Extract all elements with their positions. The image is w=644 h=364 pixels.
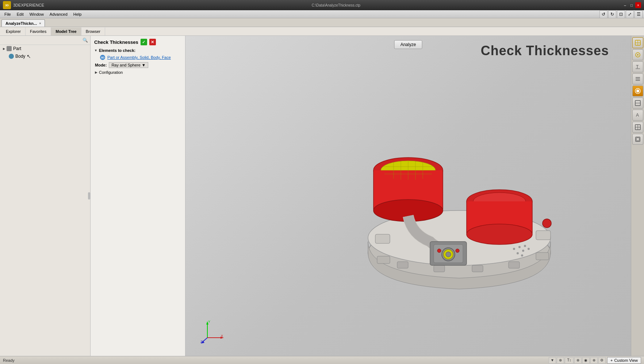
svg-point-20 bbox=[456, 249, 459, 253]
toolbar-redo[interactable]: ↻ bbox=[608, 10, 616, 18]
tree-item-body[interactable]: Body ↖ bbox=[0, 52, 90, 60]
tree-body-label: Body bbox=[15, 54, 25, 59]
svg-text:A: A bbox=[636, 113, 639, 118]
right-tool-btn-7[interactable]: A bbox=[632, 110, 643, 121]
panel-resize-handle[interactable] bbox=[88, 192, 90, 200]
dropdown-arrow: ▼ bbox=[142, 63, 146, 67]
tree-item-part[interactable]: ▶ Part bbox=[0, 45, 90, 52]
right-tool-btn-3[interactable]: T bbox=[632, 61, 643, 72]
svg-rect-5 bbox=[536, 253, 549, 260]
maximize-button[interactable]: □ bbox=[629, 2, 635, 8]
right-tool-btn-9[interactable] bbox=[632, 134, 643, 145]
svg-rect-2 bbox=[375, 234, 390, 243]
right-tool-btn-2[interactable] bbox=[632, 49, 643, 60]
status-right: ▼ ⊕ T↕ ⊕ ◉ ⊕ ⚙ +Custom View bbox=[549, 357, 641, 364]
svg-point-24 bbox=[513, 248, 515, 250]
right-tool-btn-8[interactable] bbox=[632, 122, 643, 133]
status-icon-settings[interactable]: ⚙ bbox=[598, 357, 606, 364]
svg-point-29 bbox=[528, 248, 530, 250]
elements-section-header[interactable]: ▼ Elements to check: bbox=[94, 48, 181, 53]
status-icon-add3[interactable]: ⊕ bbox=[590, 357, 598, 364]
custom-view-button[interactable]: +Custom View bbox=[607, 357, 641, 364]
elements-label: Elements to check: bbox=[99, 48, 135, 53]
toolbar-undo[interactable]: ↺ bbox=[599, 10, 607, 18]
status-text: Ready bbox=[3, 358, 15, 363]
cancel-icon[interactable]: ✕ bbox=[149, 39, 156, 45]
panel-header: Check Thicknesses ✓ ✕ bbox=[94, 39, 181, 45]
menu-file[interactable]: File bbox=[1, 11, 14, 17]
panel-title: Check Thicknesses bbox=[94, 39, 138, 45]
app-logo: 3D bbox=[3, 1, 11, 9]
toolbar-icons: ↺ ↻ ⊡ ⤢ ☰ bbox=[599, 10, 643, 18]
search-button[interactable]: 🔍 bbox=[81, 37, 89, 44]
status-icon-circle[interactable]: ◉ bbox=[582, 357, 590, 364]
app-name: 3DEXPERIENCE bbox=[13, 3, 44, 7]
3d-model-view bbox=[280, 65, 616, 338]
panel-search-bar: 🔍 bbox=[0, 36, 90, 45]
right-tool-btn-5[interactable] bbox=[632, 86, 643, 96]
tab-bar: AnalyzeThickn... × bbox=[0, 18, 644, 27]
confirm-icon[interactable]: ✓ bbox=[141, 39, 147, 45]
status-icon-zoom[interactable]: ⊕ bbox=[557, 357, 564, 364]
svg-text:Y: Y bbox=[208, 320, 210, 323]
svg-point-27 bbox=[517, 252, 519, 254]
svg-point-30 bbox=[521, 254, 523, 257]
tab-label: AnalyzeThickn... bbox=[5, 21, 37, 26]
right-tool-btn-6[interactable] bbox=[632, 98, 643, 109]
element-type-icon: 3D bbox=[100, 55, 105, 60]
config-label: Configuration bbox=[99, 70, 123, 75]
minimize-button[interactable]: – bbox=[622, 2, 628, 8]
toolbar-expand[interactable]: ⤢ bbox=[626, 10, 634, 18]
menu-help[interactable]: Help bbox=[70, 11, 85, 17]
menu-advanced[interactable]: Advanced bbox=[47, 11, 70, 17]
status-icon-add2[interactable]: ⊕ bbox=[574, 357, 582, 364]
right-tool-btn-4[interactable] bbox=[632, 73, 643, 84]
status-icon-text[interactable]: T↕ bbox=[565, 357, 574, 364]
tab-favorites[interactable]: Favorites bbox=[26, 27, 51, 35]
nav-tabs: Explorer Favorites Model Tree Browser bbox=[0, 27, 644, 36]
svg-rect-7 bbox=[434, 265, 445, 272]
elements-arrow: ▼ bbox=[94, 49, 97, 52]
svg-rect-3 bbox=[536, 231, 551, 240]
window-controls: – □ × bbox=[622, 2, 641, 8]
svg-point-19 bbox=[437, 249, 441, 253]
svg-rect-6 bbox=[397, 262, 408, 268]
tab-close-icon[interactable]: × bbox=[39, 22, 41, 25]
svg-point-25 bbox=[518, 246, 521, 248]
element-link[interactable]: Part or Assembly, Solid, Body, Face bbox=[107, 55, 171, 60]
toolbar-grid[interactable]: ⊡ bbox=[617, 10, 625, 18]
main-layout: 🔍 ▶ Part Body ↖ Check Thicknesses ✓ ✕ ▼ … bbox=[0, 36, 644, 356]
viewport: Analyze Check Thicknesses bbox=[185, 36, 631, 356]
right-tool-btn-1[interactable] bbox=[632, 37, 643, 48]
right-toolbar: T A bbox=[631, 36, 644, 356]
svg-text:X: X bbox=[221, 334, 223, 338]
close-window-button[interactable]: × bbox=[635, 2, 641, 8]
mode-dropdown[interactable]: Ray and Sphere ▼ bbox=[109, 62, 148, 68]
tab-model-tree[interactable]: Model Tree bbox=[51, 27, 81, 35]
menu-window[interactable]: Window bbox=[27, 11, 47, 17]
svg-point-26 bbox=[522, 250, 524, 252]
tree-part-label: Part bbox=[13, 46, 21, 51]
toolbar-menu2[interactable]: ☰ bbox=[635, 10, 643, 18]
tab-explorer[interactable]: Explorer bbox=[1, 27, 26, 35]
title-bar: 3D 3DEXPERIENCE C:\Data\AnalyzeThickness… bbox=[0, 0, 644, 10]
element-row: 3D Part or Assembly, Solid, Body, Face bbox=[94, 54, 181, 61]
menu-edit[interactable]: Edit bbox=[14, 11, 27, 17]
svg-text:Z: Z bbox=[200, 340, 203, 344]
cursor-indicator: ↖ bbox=[27, 53, 31, 59]
status-icons: ▼ ⊕ T↕ ⊕ ◉ ⊕ ⚙ bbox=[549, 357, 606, 364]
mode-label: Mode: bbox=[95, 63, 107, 67]
svg-point-23 bbox=[446, 252, 451, 257]
status-icon-filter[interactable]: ▼ bbox=[549, 357, 556, 364]
left-panel: 🔍 ▶ Part Body ↖ bbox=[0, 36, 91, 356]
config-arrow: ▶ bbox=[95, 71, 97, 74]
menu-bar: File Edit Window Advanced Help ↺ ↻ ⊡ ⤢ ☰ bbox=[0, 10, 644, 18]
svg-point-16 bbox=[543, 219, 551, 228]
tab-browser[interactable]: Browser bbox=[81, 27, 105, 35]
svg-rect-9 bbox=[509, 262, 520, 268]
svg-point-15 bbox=[467, 224, 532, 244]
status-bar: Ready ▼ ⊕ T↕ ⊕ ◉ ⊕ ⚙ +Custom View bbox=[0, 356, 644, 364]
active-tab[interactable]: AnalyzeThickn... × bbox=[1, 19, 45, 27]
analyze-button[interactable]: Analyze bbox=[394, 40, 422, 49]
config-row[interactable]: ▶ Configuration bbox=[94, 69, 181, 75]
